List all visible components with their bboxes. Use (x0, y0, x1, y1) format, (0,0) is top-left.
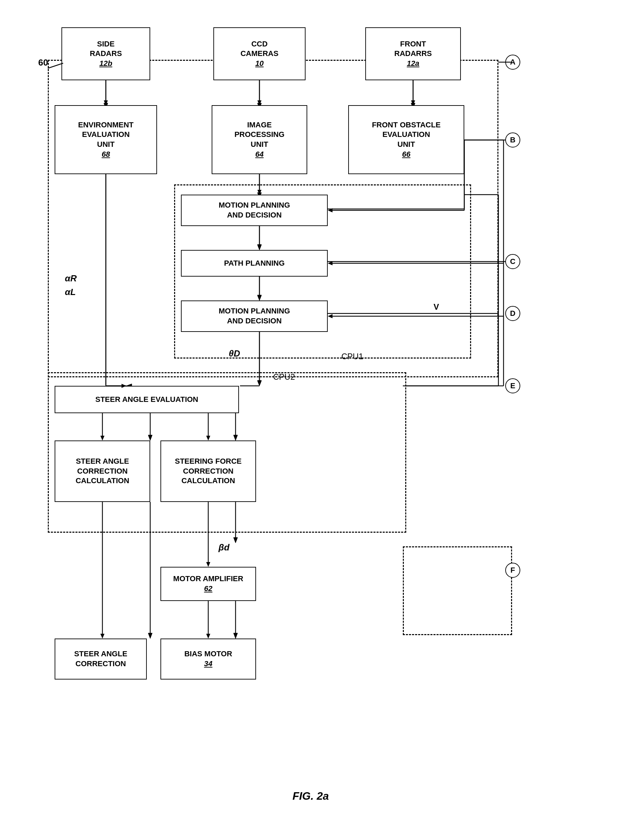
steer-angle-correction-box: STEER ANGLE CORRECTION (55, 639, 147, 680)
image-processing-box: IMAGE PROCESSING UNIT 64 (212, 105, 307, 174)
motor-amplifier-ref: 62 (204, 584, 212, 594)
ccd-cameras-label: CCD CAMERAS (240, 39, 278, 59)
motion-planning-2-box: MOTION PLANNING AND DECISION (181, 300, 328, 332)
motion-planning-2-label: MOTION PLANNING AND DECISION (219, 306, 290, 326)
ccd-cameras-box: CCD CAMERAS 10 (213, 27, 305, 80)
steering-force-corr-box: STEERING FORCE CORRECTION CALCULATION (160, 441, 256, 502)
steer-angle-eval-box: STEER ANGLE EVALUATION (55, 386, 239, 413)
steer-angle-corr-calc-label: STEER ANGLE CORRECTION CALCULATION (75, 457, 129, 486)
dashed-region-f (403, 546, 512, 635)
motor-amplifier-box: MOTOR AMPLIFIER 62 (160, 567, 256, 601)
svg-marker-32 (233, 537, 238, 543)
theta-d-label: θD (229, 348, 240, 359)
front-radars-box: FRONT RADARRS 12a (365, 27, 461, 80)
motion-planning-1-box: MOTION PLANNING AND DECISION (181, 195, 328, 226)
bias-motor-box: BIAS MOTOR 34 (160, 639, 256, 680)
front-radars-ref: 12a (407, 59, 419, 69)
bias-motor-ref: 34 (204, 659, 212, 669)
ccd-cameras-ref: 10 (255, 59, 264, 69)
svg-marker-34 (233, 633, 238, 639)
svg-marker-36 (148, 633, 152, 639)
steer-angle-correction-label: STEER ANGLE CORRECTION (74, 649, 127, 669)
alpha-r-label: αR (65, 273, 77, 284)
circle-f: F (505, 563, 520, 578)
front-obstacle-label: FRONT OBSTACLE EVALUATION UNIT (372, 120, 441, 149)
ref-60-label: 60 (38, 57, 48, 68)
circle-e: E (505, 378, 520, 393)
steering-force-corr-label: STEERING FORCE CORRECTION CALCULATION (175, 457, 242, 486)
circle-a: A (505, 55, 520, 70)
front-obstacle-box: FRONT OBSTACLE EVALUATION UNIT 66 (348, 105, 464, 174)
side-radars-label: SIDE RADARS (90, 39, 122, 59)
v-label: V (434, 302, 439, 312)
beta-d-label: βd (218, 542, 229, 553)
front-obstacle-ref: 66 (402, 149, 410, 160)
image-processing-label: IMAGE PROCESSING UNIT (235, 120, 285, 149)
circle-d: D (505, 306, 520, 321)
environment-eval-box: ENVIRONMENT EVALUATION UNIT 68 (55, 105, 157, 174)
path-planning-box: PATH PLANNING (181, 250, 328, 277)
cpu1-label: CPU1 (341, 352, 363, 361)
environment-eval-ref: 68 (102, 149, 110, 160)
environment-eval-label: ENVIRONMENT EVALUATION UNIT (78, 120, 134, 149)
side-radars-box: SIDE RADARS 12b (61, 27, 150, 80)
bias-motor-label: BIAS MOTOR (184, 649, 232, 659)
steer-angle-eval-label: STEER ANGLE EVALUATION (95, 395, 198, 405)
side-radars-ref: 12b (99, 59, 112, 69)
path-planning-label: PATH PLANNING (224, 259, 285, 268)
motion-planning-1-label: MOTION PLANNING AND DECISION (219, 200, 290, 220)
circle-c: C (505, 254, 520, 269)
image-processing-ref: 64 (255, 149, 264, 160)
diagram-container: SIDE RADARS 12b CCD CAMERAS 10 FRONT RAD… (27, 14, 594, 816)
fig-caption: FIG. 2a (27, 790, 594, 802)
front-radars-label: FRONT RADARRS (394, 39, 432, 59)
steer-angle-corr-calc-box: STEER ANGLE CORRECTION CALCULATION (55, 441, 150, 502)
circle-b: B (505, 133, 520, 148)
cpu2-label: CPU2 (273, 372, 295, 382)
alpha-l-label: αL (65, 287, 76, 297)
motor-amplifier-label: MOTOR AMPLIFIER (173, 574, 243, 584)
